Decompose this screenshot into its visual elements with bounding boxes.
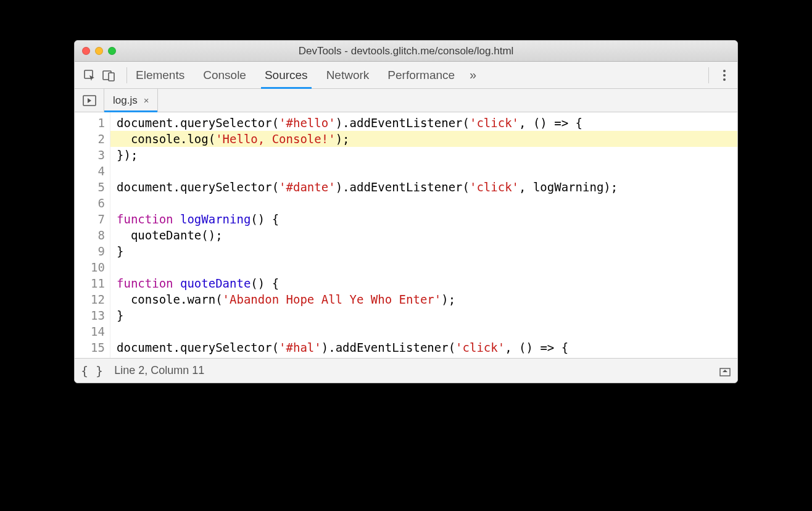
- toggle-drawer-button[interactable]: [719, 365, 731, 377]
- svg-point-3: [723, 70, 726, 72]
- settings-menu-button[interactable]: [718, 69, 731, 82]
- file-tab-label: log.js: [113, 94, 138, 107]
- panel-tab-performance[interactable]: Performance: [387, 62, 455, 88]
- code-line[interactable]: document.querySelector('#hello').addEven…: [117, 115, 737, 131]
- more-panels-button[interactable]: »: [470, 68, 476, 82]
- chevron-right-icon: »: [470, 68, 476, 82]
- close-icon[interactable]: ×: [144, 95, 149, 106]
- line-number[interactable]: 8: [75, 227, 105, 243]
- code-editor[interactable]: 123456789101112131415 document.querySele…: [75, 112, 737, 358]
- line-number[interactable]: 3: [75, 147, 105, 163]
- code-line[interactable]: console.log('Hello, Console!');: [110, 131, 737, 147]
- line-number[interactable]: 4: [75, 163, 105, 179]
- main-toolbar: ElementsConsoleSourcesNetworkPerformance…: [75, 62, 737, 89]
- traffic-lights: [82, 47, 116, 55]
- panel-tab-sources[interactable]: Sources: [265, 62, 308, 88]
- line-number[interactable]: 7: [75, 211, 105, 227]
- panel-tab-network[interactable]: Network: [326, 62, 370, 88]
- code-line[interactable]: console.warn('Abandon Hope All Ye Who En…: [117, 291, 737, 307]
- code-line[interactable]: }: [117, 307, 737, 323]
- titlebar: DevTools - devtools.glitch.me/console/lo…: [75, 41, 737, 62]
- line-number[interactable]: 14: [75, 323, 105, 339]
- line-number[interactable]: 2: [75, 131, 105, 147]
- line-number[interactable]: 10: [75, 259, 105, 275]
- code-line[interactable]: document.querySelector('#dante').addEven…: [117, 179, 737, 195]
- code-line[interactable]: [117, 195, 737, 211]
- source-file-tab[interactable]: log.js ×: [104, 89, 158, 112]
- window-title: DevTools - devtools.glitch.me/console/lo…: [75, 45, 737, 57]
- line-number[interactable]: 6: [75, 195, 105, 211]
- panel-tab-console[interactable]: Console: [203, 62, 246, 88]
- line-number[interactable]: 13: [75, 307, 105, 323]
- line-number[interactable]: 15: [75, 339, 105, 355]
- window-close-button[interactable]: [82, 47, 90, 55]
- device-toolbar-icon[interactable]: [101, 67, 118, 84]
- sources-subbar: log.js ×: [75, 89, 737, 112]
- line-number[interactable]: 5: [75, 179, 105, 195]
- code-content[interactable]: document.querySelector('#hello').addEven…: [110, 112, 737, 358]
- toolbar-divider-right: [708, 67, 709, 83]
- panel-tab-elements[interactable]: Elements: [136, 62, 184, 88]
- status-bar: { } Line 2, Column 11: [75, 358, 737, 383]
- code-line[interactable]: });: [117, 147, 737, 163]
- code-line[interactable]: [117, 323, 737, 339]
- line-number[interactable]: 9: [75, 243, 105, 259]
- svg-point-5: [723, 78, 726, 81]
- line-number[interactable]: 12: [75, 291, 105, 307]
- code-line[interactable]: [117, 163, 737, 179]
- line-number[interactable]: 1: [75, 115, 105, 131]
- toolbar-divider: [126, 67, 127, 83]
- code-line[interactable]: }: [117, 243, 737, 259]
- pretty-print-button[interactable]: { }: [81, 364, 103, 378]
- svg-rect-2: [109, 73, 114, 81]
- window-zoom-button[interactable]: [108, 47, 116, 55]
- code-line[interactable]: quoteDante();: [117, 227, 737, 243]
- line-number[interactable]: 11: [75, 275, 105, 291]
- show-navigator-button[interactable]: [75, 89, 104, 112]
- inspect-element-icon[interactable]: [81, 67, 98, 84]
- devtools-window: DevTools - devtools.glitch.me/console/lo…: [74, 40, 738, 383]
- code-line[interactable]: function quoteDante() {: [117, 275, 737, 291]
- svg-point-4: [723, 74, 726, 77]
- cursor-position-label: Line 2, Column 11: [114, 364, 204, 377]
- panel-tabs: ElementsConsoleSourcesNetworkPerformance: [136, 62, 455, 88]
- window-minimize-button[interactable]: [95, 47, 103, 55]
- code-line[interactable]: document.querySelector('#hal').addEventL…: [117, 339, 737, 355]
- code-line[interactable]: [117, 259, 737, 275]
- code-line[interactable]: function logWarning() {: [117, 211, 737, 227]
- line-number-gutter[interactable]: 123456789101112131415: [75, 112, 110, 358]
